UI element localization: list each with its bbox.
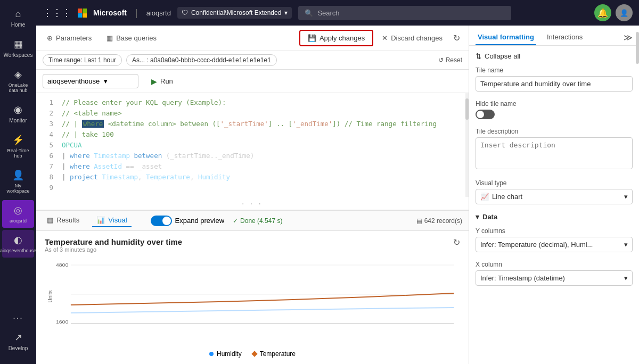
ms-logo: [78, 9, 87, 18]
sidebar-label-monitor: Monitor: [9, 118, 27, 123]
editor-line-4: 4 // | take 100: [43, 129, 460, 140]
apply-changes-button[interactable]: 💾 Apply changes: [299, 30, 373, 46]
avatar[interactable]: 👤: [616, 4, 633, 21]
chart-subtitle: As of 3 minutes ago: [45, 246, 182, 253]
visual-tab[interactable]: 📊 Visual: [92, 214, 131, 227]
sidebar-item-onelake[interactable]: ◈ OneLake data hub: [2, 64, 34, 97]
sidebar-item-home[interactable]: ⌂ Home: [2, 4, 34, 32]
apply-icon: 💾: [308, 34, 316, 42]
subtoolbar-right: 💾 Apply changes ✕ Discard changes ↻: [299, 30, 462, 46]
sidebar-more-label: ...: [13, 311, 23, 321]
sidebar-label-workspaces: Workspaces: [4, 52, 33, 58]
alias-label: As... : a0a0a0a0-bbbb-cccc-dddd-e1e1e1e1…: [132, 56, 271, 64]
parameters-icon: ⊕: [47, 34, 53, 42]
visual-label: Visual: [108, 216, 127, 224]
right-panel-tabs: Visual formatting Interactions ≫: [469, 26, 639, 46]
tile-description-textarea[interactable]: [476, 137, 633, 169]
hide-tile-toggle-row: [476, 110, 633, 119]
myworkspace-icon: 👤: [12, 169, 24, 181]
kql-editor-content[interactable]: 1 // Please enter your KQL query (Exampl…: [36, 93, 469, 197]
database-selector[interactable]: aioqseventhouse ▾: [43, 74, 138, 88]
tile-description-group: Tile description: [476, 128, 633, 171]
interactions-tab[interactable]: Interactions: [545, 30, 585, 45]
panel-expand-icon[interactable]: ≫: [624, 32, 633, 43]
svg-text:4800: 4800: [56, 262, 69, 268]
tile-name-input[interactable]: [476, 76, 633, 92]
topbar-right: 🔔 👤: [594, 4, 633, 21]
sidebar-item-realtime[interactable]: ⚡ Real-Time hub: [2, 130, 34, 163]
status-done: ✓ Done (4.547 s): [233, 217, 282, 225]
visual-icon: 📊: [96, 216, 105, 224]
run-button[interactable]: ▶ Run: [145, 75, 179, 88]
chevron-down-icon: ▾: [476, 213, 479, 221]
collapse-icon: ⇅: [476, 52, 481, 60]
sidebar-more[interactable]: ...: [2, 307, 34, 325]
sidebar: ⌂ Home ▦ Workspaces ◈ OneLake data hub ◉…: [0, 0, 36, 364]
data-section-label: Data: [482, 213, 497, 221]
sidebar-item-workspaces[interactable]: ▦ Workspaces: [2, 34, 34, 62]
chevron-down-icon: ▾: [624, 193, 628, 201]
confidential-badge[interactable]: 🛡 Confidential\Microsoft Extended ▾: [177, 7, 292, 19]
query-panel: ⊕ Parameters ▦ Base queries 💾 Apply chan…: [36, 26, 469, 364]
sidebar-item-develop[interactable]: ↗ Develop: [2, 327, 34, 355]
x-column-value: Infer: Timestamp (datetime): [480, 274, 565, 282]
content-wrapper: ⊕ Parameters ▦ Base queries 💾 Apply chan…: [36, 26, 639, 364]
db-name: aioqseventhouse: [47, 77, 100, 85]
subtoolbar-left: ⊕ Parameters ▦ Base queries: [43, 32, 161, 44]
sidebar-label-realtime: Real-Time hub: [4, 148, 32, 159]
chevron-down-icon: ▾: [284, 9, 288, 16]
sidebar-item-aioqsrtd[interactable]: ◎ aioqsrtd: [2, 200, 34, 228]
expand-preview-toggle[interactable]: Expand preview: [151, 216, 225, 226]
parameters-tab[interactable]: ⊕ Parameters: [43, 32, 96, 44]
grid-icon[interactable]: ⋮⋮⋮: [43, 7, 71, 19]
visual-type-dropdown[interactable]: 📈 Line chart ▾: [476, 189, 633, 204]
workspaces-icon: ▦: [14, 38, 23, 50]
hide-tile-toggle[interactable]: [476, 110, 495, 119]
sidebar-item-myworkspace[interactable]: 👤 My workspace: [2, 165, 34, 198]
tile-description-label: Tile description: [476, 128, 633, 135]
search-bar[interactable]: 🔍: [298, 6, 511, 20]
collapse-all-label: Collapse all: [485, 52, 520, 60]
y-columns-value: Infer: Temperature (decimal), Humi...: [480, 241, 593, 249]
chevron-down-icon: ▾: [624, 274, 628, 282]
search-input[interactable]: [317, 9, 505, 17]
discard-changes-button[interactable]: ✕ Discard changes: [378, 31, 447, 45]
visual-formatting-tab[interactable]: Visual formatting: [476, 30, 536, 45]
notification-icon[interactable]: 🔔: [594, 4, 611, 21]
chart-refresh-button[interactable]: ↻: [453, 237, 460, 247]
time-range-chip[interactable]: Time range: Last 1 hour: [43, 54, 122, 66]
editor-line-2: 2 // <table name>: [43, 108, 460, 119]
expand-label: Expand preview: [175, 217, 225, 225]
chart-legend: Humidity Temperature: [45, 350, 460, 358]
apply-label: Apply changes: [320, 34, 365, 42]
editor-line-6: 6 | where Timestamp between (_startTime.…: [43, 151, 460, 161]
right-panel: Visual formatting Interactions ≫ ⇅ Colla…: [469, 26, 639, 364]
y-columns-label: Y columns: [476, 227, 633, 235]
results-icon: ▦: [47, 216, 53, 224]
y-columns-dropdown[interactable]: Infer: Temperature (decimal), Humi... ▾: [476, 237, 633, 252]
x-column-dropdown[interactable]: Infer: Timestamp (datetime) ▾: [476, 270, 633, 286]
editor-scrollbar-thumb: [465, 98, 469, 120]
base-queries-tab[interactable]: ▦ Base queries: [102, 32, 161, 44]
sidebar-item-monitor[interactable]: ◉ Monitor: [2, 100, 34, 128]
results-tab[interactable]: ▦ Results: [43, 214, 84, 227]
alias-chip[interactable]: As... : a0a0a0a0-bbbb-cccc-dddd-e1e1e1e1…: [126, 54, 277, 66]
legend-humidity: Humidity: [209, 350, 242, 358]
editor-scrollbar[interactable]: [465, 93, 469, 197]
sidebar-label-onelake: OneLake data hub: [4, 82, 32, 93]
sidebar-label-aioqseventhouse: aioqseventhouse: [0, 248, 36, 253]
reset-icon: ↺: [438, 56, 444, 64]
discard-icon: ✕: [382, 34, 388, 42]
refresh-button[interactable]: ↻: [451, 31, 462, 45]
filter-bar: Time range: Last 1 hour As... : a0a0a0a0…: [36, 51, 469, 70]
legend-temperature: Temperature: [252, 350, 296, 358]
collapse-all-button[interactable]: ⇅ Collapse all: [476, 52, 520, 60]
tile-name-label: Tile name: [476, 67, 633, 74]
data-section-header[interactable]: ▾ Data: [476, 213, 633, 221]
sub-toolbar: ⊕ Parameters ▦ Base queries 💾 Apply chan…: [36, 26, 469, 51]
base-queries-icon: ▦: [106, 34, 113, 42]
sidebar-item-aioqseventhouse[interactable]: ◐ aioqseventhouse: [2, 230, 34, 258]
expand-toggle-switch[interactable]: [151, 216, 172, 226]
reset-button[interactable]: ↺ Reset: [438, 56, 462, 64]
editor-line-3: 3 // | where <datetime column> between (…: [43, 119, 460, 129]
